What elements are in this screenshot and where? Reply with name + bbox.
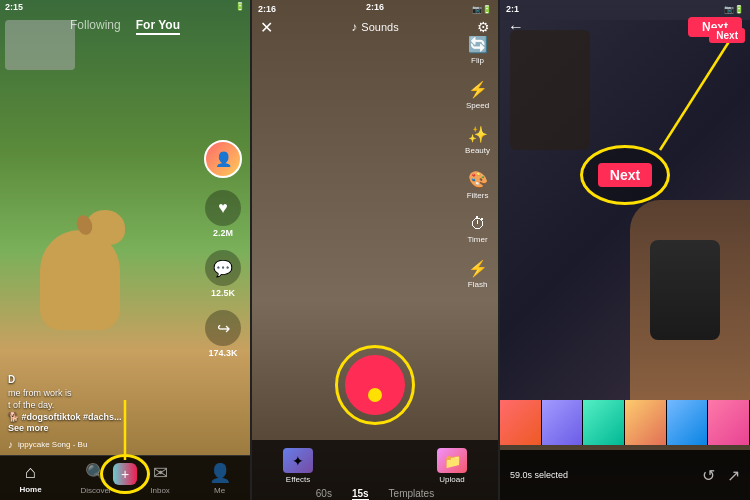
edit-bottom-icons: ↺ ↗: [702, 466, 740, 485]
device-object: [650, 240, 720, 340]
battery-icon: 🔋: [235, 2, 245, 11]
sounds-button[interactable]: ♪ Sounds: [351, 20, 398, 34]
bottom-navigation: ⌂ Home 🔍 Discover + ✉ Inbox 👤 Me: [0, 455, 250, 500]
share-button[interactable]: ↪: [205, 310, 241, 346]
filters-label: Filters: [467, 191, 489, 200]
timeline-cell-1: [500, 400, 542, 445]
flip-icon: 🔄: [468, 35, 488, 54]
caption-line1: me from work is: [8, 388, 72, 398]
nav-plus-annotated: +: [100, 454, 150, 494]
duration-label: 59.0s selected: [510, 470, 568, 480]
yellow-dot-annotation: [368, 388, 382, 402]
effects-label: Effects: [286, 475, 310, 484]
timer-templates[interactable]: Templates: [389, 488, 435, 500]
next-annotation-label: Next: [709, 28, 745, 43]
filters-icon: 🎨: [468, 170, 488, 189]
caption-hashtags: 🐕 #dogsoftiktok #dachs...: [8, 412, 122, 422]
close-button[interactable]: ✕: [260, 18, 273, 37]
timer-tabs: 60s 15s Templates: [252, 486, 498, 500]
camera-panel: 2:16 2:16 📷🔋 ✕ ♪ Sounds ⚙ 🔄 Flip ⚡ Speed…: [250, 0, 500, 500]
nav-home[interactable]: ⌂ Home: [19, 462, 41, 494]
camera-background: [252, 0, 498, 500]
speed-button[interactable]: ⚡ Speed: [466, 80, 489, 110]
flash-icon: ⚡: [468, 259, 488, 278]
record-annotation-circle: [335, 345, 415, 425]
caption-text: me from work is t of the day. 🐕 #dogsoft…: [8, 388, 200, 435]
like-button-container: ♥ 2.2M: [205, 190, 241, 238]
upload-icon: 📁: [437, 448, 467, 473]
share-icon[interactable]: ↗: [727, 466, 740, 485]
effects-icon: ✦: [283, 448, 313, 473]
edit-panel: 2:1 📷🔋 ← Next Next 59.0s selected ↺ ↗ Ne…: [500, 0, 750, 500]
me-label: Me: [214, 486, 225, 495]
flip-label: Flip: [471, 56, 484, 65]
beauty-label: Beauty: [465, 146, 490, 155]
camera-right-icons: 🔄 Flip ⚡ Speed ✨ Beauty 🎨 Filters ⏱ Time…: [465, 35, 490, 289]
upload-label: Upload: [439, 475, 464, 484]
rotate-icon[interactable]: ↺: [702, 466, 715, 485]
camera-bottom-bar: ✦ Effects 📁 Upload 60s 15s Templates: [252, 440, 498, 500]
plus-annotation-circle: +: [100, 454, 150, 494]
home-icon: ⌂: [25, 462, 36, 483]
status-time-p1: 2:15: [5, 2, 23, 12]
home-label: Home: [19, 485, 41, 494]
camera-top-bar: ✕ ♪ Sounds ⚙: [252, 16, 498, 38]
status-icons-p2: 📷🔋: [472, 5, 492, 14]
upload-button[interactable]: 📁 Upload: [437, 448, 467, 484]
record-button-annotated: [335, 345, 415, 425]
comment-button[interactable]: 💬: [205, 250, 241, 286]
see-more-link[interactable]: See more: [8, 423, 49, 433]
status-icons-p3: 📷🔋: [724, 5, 744, 14]
nav-inbox[interactable]: ✉ Inbox: [150, 462, 170, 495]
user-avatar[interactable]: 👤: [204, 140, 242, 178]
next-circle: Next: [580, 145, 670, 205]
beauty-button[interactable]: ✨ Beauty: [465, 125, 490, 155]
for-you-tab[interactable]: For You: [136, 18, 180, 35]
inbox-icon: ✉: [153, 462, 168, 484]
filters-button[interactable]: 🎨 Filters: [467, 170, 489, 200]
share-count: 174.3K: [208, 348, 237, 358]
create-button[interactable]: +: [113, 463, 137, 485]
like-button[interactable]: ♥: [205, 190, 241, 226]
status-time-p2: 2:16: [258, 4, 276, 14]
effects-button[interactable]: ✦ Effects: [283, 448, 313, 484]
hand-area: [630, 200, 750, 400]
status-icons-p1: 🔋: [235, 2, 245, 11]
edit-bottom-bar: 59.0s selected ↺ ↗: [500, 450, 750, 500]
timer-60s[interactable]: 60s: [316, 488, 332, 500]
beauty-icon: ✨: [468, 125, 488, 144]
timer-icon: ⏱: [470, 215, 486, 233]
music-note-icon: ♪: [8, 439, 13, 450]
dog-figure: [40, 230, 120, 330]
like-count: 2.2M: [213, 228, 233, 238]
timeline-cell-6: [708, 400, 750, 445]
timeline-cell-3: [583, 400, 625, 445]
nav-tabs: Following For You: [0, 18, 250, 35]
back-button[interactable]: ←: [508, 18, 524, 36]
timer-15s[interactable]: 15s: [352, 488, 369, 500]
dark-overlay-1: [510, 30, 590, 150]
next-circle-label: Next: [598, 163, 652, 187]
nav-me[interactable]: 👤 Me: [209, 462, 231, 495]
timer-button[interactable]: ⏱ Timer: [467, 215, 487, 244]
dog-head: [85, 210, 125, 245]
caption-line2: t of the day.: [8, 400, 54, 410]
inbox-label: Inbox: [150, 486, 170, 495]
video-timeline[interactable]: [500, 400, 750, 445]
caption-area: D me from work is t of the day. 🐕 #dogso…: [8, 374, 200, 435]
share-button-container: ↪ 174.3K: [205, 310, 241, 358]
music-note-icon: ♪: [351, 20, 357, 34]
status-bar-p2: 2:16 2:16 📷🔋: [252, 0, 498, 18]
settings-icon[interactable]: ⚙: [477, 19, 490, 35]
tiktok-feed-panel: 2:15 🔋 Following For You 👤 ♥ 2.2M 💬 12.5…: [0, 0, 250, 500]
record-button[interactable]: [345, 355, 405, 415]
dog-ear: [74, 213, 95, 237]
status-bar-p3: 2:1 📷🔋: [500, 0, 750, 18]
status-time-p3: 2:1: [506, 4, 519, 14]
flash-label: Flash: [468, 280, 488, 289]
flip-button[interactable]: 🔄 Flip: [468, 35, 488, 65]
timeline-cell-5: [667, 400, 709, 445]
following-tab[interactable]: Following: [70, 18, 121, 35]
flash-button[interactable]: ⚡ Flash: [468, 259, 488, 289]
edit-video-preview: [500, 20, 750, 400]
